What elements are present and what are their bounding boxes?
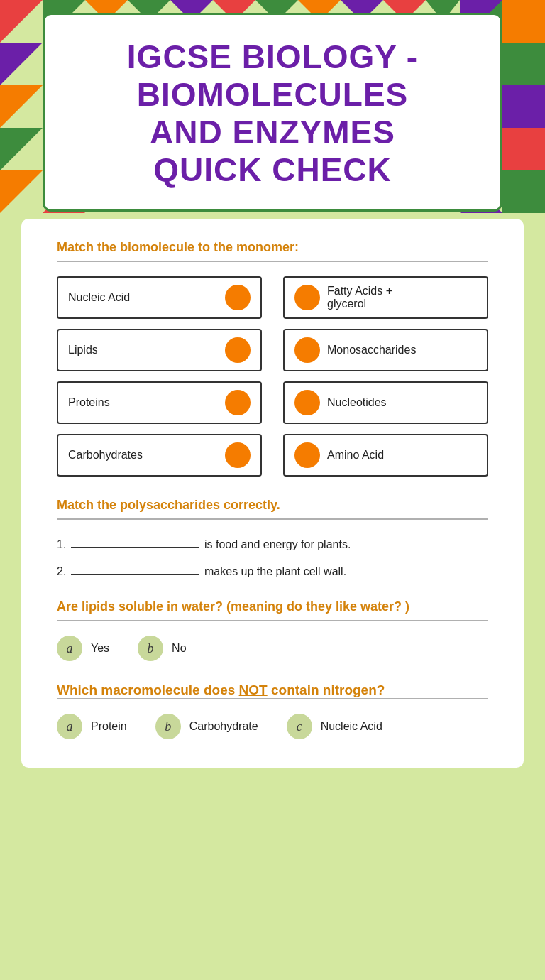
svg-marker-20	[502, 170, 545, 213]
match-dot-amino-acid	[294, 442, 320, 468]
match-item-carbohydrates[interactable]: Carbohydrates	[57, 434, 262, 477]
poly-blank-1[interactable]	[71, 534, 199, 548]
poly-suffix-2: makes up the plant cell wall.	[204, 565, 346, 578]
match-item-lipids[interactable]: Lipids	[57, 329, 262, 371]
divider3	[57, 620, 488, 621]
match-item-monosaccharides[interactable]: Monosaccharides	[283, 329, 488, 371]
title-card: IGCSE BIOLOGY - BIOMOLECULES AND ENZYMES…	[43, 13, 502, 212]
section-nitrogen: Which macromolecule does NOT contain nit…	[57, 682, 488, 739]
match-dot-carbohydrates	[225, 442, 251, 468]
match-label-monosaccharides: Monosaccharides	[327, 344, 416, 356]
page-title: IGCSE BIOLOGY - BIOMOLECULES AND ENZYMES…	[127, 38, 418, 189]
mc-label-no: No	[172, 642, 186, 655]
section3-heading: Are lipids soluble in water? (meaning do…	[57, 599, 488, 614]
mc-badge-a2: a	[57, 714, 82, 739]
svg-marker-8	[0, 170, 43, 213]
match-dot-nucleotides	[294, 390, 320, 415]
poly-blank-2[interactable]	[71, 561, 199, 575]
match-label-lipids: Lipids	[68, 344, 98, 356]
match-label-fatty-acids: Fatty Acids +glycerol	[327, 285, 392, 310]
mc-badge-a: a	[57, 636, 82, 661]
mc-badge-b2: b	[155, 714, 181, 739]
poly-item-2: 2. makes up the plant cell wall.	[57, 561, 488, 578]
poly-item-1: 1. is food and energy for plants.	[57, 534, 488, 551]
main-content: Match the biomolecule to the monomer: Nu…	[21, 219, 524, 768]
mc-option-protein[interactable]: a Protein	[57, 714, 127, 739]
svg-marker-0	[0, 0, 43, 43]
svg-marker-14	[502, 43, 545, 85]
mc-options-nitrogen: a Protein b Carbohydrate c Nucleic Acid	[57, 714, 488, 739]
section-lipids: Are lipids soluble in water? (meaning do…	[57, 599, 488, 661]
divider2	[57, 518, 488, 520]
match-item-amino-acid[interactable]: Amino Acid	[283, 434, 488, 477]
section-match: Match the biomolecule to the monomer: Nu…	[57, 240, 488, 477]
poly-num-1: 1.	[57, 538, 71, 551]
mc-label-yes: Yes	[91, 642, 109, 655]
match-dot-monosaccharides	[294, 337, 320, 363]
poly-suffix-1: is food and energy for plants.	[204, 538, 351, 551]
mc-option-carbohydrate[interactable]: b Carbohydrate	[155, 714, 258, 739]
section4-prefix: Which macromolecule does	[57, 682, 239, 697]
section4-suffix: contain nitrogen?	[268, 682, 385, 697]
match-label-nucleotides: Nucleotides	[327, 396, 387, 409]
match-item-proteins[interactable]: Proteins	[57, 381, 262, 424]
mc-badge-b: b	[138, 636, 163, 661]
section-polysaccharides: Match the polysaccharides correctly. 1. …	[57, 498, 488, 578]
match-dot-fatty-acids	[294, 285, 320, 310]
match-dot-nucleic-acid	[225, 285, 251, 310]
mc-option-nucleic-acid-c[interactable]: c Nucleic Acid	[287, 714, 382, 739]
match-dot-proteins	[225, 390, 251, 415]
mc-option-yes[interactable]: a Yes	[57, 636, 109, 661]
section4-underline: NOT	[239, 682, 268, 697]
match-item-fatty-acids[interactable]: Fatty Acids +glycerol	[283, 276, 488, 319]
section1-heading: Match the biomolecule to the monomer:	[57, 240, 488, 255]
match-label-amino-acid: Amino Acid	[327, 449, 384, 462]
mc-label-nucleic-acid-c: Nucleic Acid	[321, 720, 382, 733]
mc-badge-c: c	[287, 714, 312, 739]
svg-marker-2	[0, 43, 43, 85]
match-dot-lipids	[225, 337, 251, 363]
divider4	[57, 698, 488, 699]
poly-num-2: 2.	[57, 565, 71, 578]
mc-option-no[interactable]: b No	[138, 636, 186, 661]
svg-marker-18	[502, 128, 545, 170]
match-grid: Nucleic Acid Fatty Acids +glycerol Lipid…	[57, 276, 488, 477]
mc-label-carbohydrate: Carbohydrate	[189, 720, 258, 733]
svg-marker-4	[0, 85, 43, 128]
mc-label-protein: Protein	[91, 720, 127, 733]
match-label-nucleic-acid: Nucleic Acid	[68, 291, 130, 304]
section2-heading: Match the polysaccharides correctly.	[57, 498, 488, 513]
match-item-nucleotides[interactable]: Nucleotides	[283, 381, 488, 424]
match-item-nucleic-acid[interactable]: Nucleic Acid	[57, 276, 262, 319]
svg-marker-6	[0, 128, 43, 170]
svg-marker-16	[502, 85, 545, 128]
svg-marker-11	[502, 0, 545, 43]
section4-heading: Which macromolecule does NOT contain nit…	[57, 682, 488, 698]
mc-options-lipids: a Yes b No	[57, 636, 488, 661]
divider1	[57, 261, 488, 262]
match-label-proteins: Proteins	[68, 396, 110, 409]
match-label-carbohydrates: Carbohydrates	[68, 449, 143, 462]
